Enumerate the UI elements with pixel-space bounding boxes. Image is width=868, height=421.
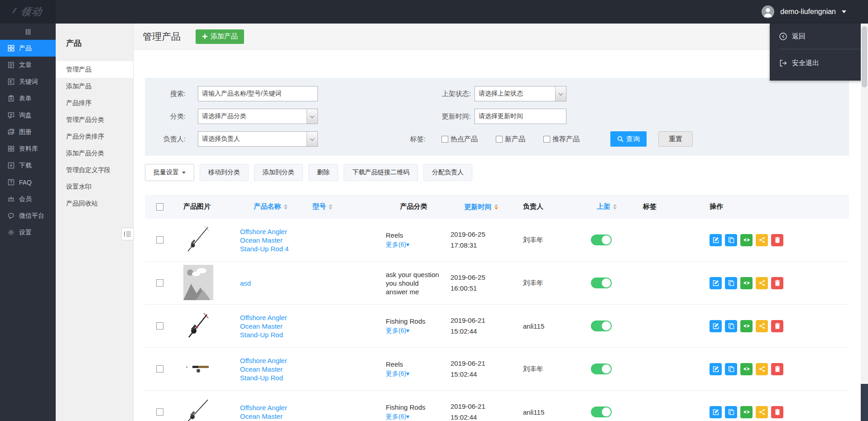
sidebar-item-forms[interactable]: 表单 <box>0 90 56 107</box>
update-time-input[interactable]: 请选择更新时间 <box>475 109 566 124</box>
product-name-link[interactable]: asd <box>229 279 301 287</box>
query-button[interactable]: 查询 <box>610 131 647 147</box>
share-button[interactable] <box>756 363 768 375</box>
product-image[interactable] <box>183 311 211 341</box>
tag-checkbox-recommended[interactable]: 推荐产品 <box>543 135 580 144</box>
sidebar-item-inquiries[interactable]: 询盘 <box>0 107 56 124</box>
delete-row-button[interactable] <box>771 234 783 246</box>
copy-button[interactable] <box>725 277 737 289</box>
delete-row-button[interactable] <box>771 363 783 375</box>
reset-button[interactable]: 重置 <box>658 131 693 147</box>
select-all-checkbox[interactable] <box>156 203 163 210</box>
edit-button[interactable] <box>710 277 722 289</box>
add-product-button[interactable]: 添加产品 <box>196 29 244 44</box>
copy-button[interactable] <box>725 363 737 375</box>
tag-checkbox-hot[interactable]: 热点产品 <box>441 135 478 144</box>
submenu-item-category-sort[interactable]: 产品分类排序 <box>56 128 133 145</box>
more-categories-link[interactable]: 更多(6)▾ <box>386 368 409 378</box>
sidebar-item-albums[interactable]: 图册 <box>0 124 56 140</box>
vertical-scrollbar[interactable] <box>861 24 868 421</box>
bulk-settings-button[interactable]: 批量设置 <box>145 164 194 181</box>
submenu-item-product-sort[interactable]: 产品排序 <box>56 95 133 111</box>
row-checkbox[interactable] <box>156 365 163 373</box>
row-checkbox[interactable] <box>156 236 163 244</box>
submenu-item-add-product[interactable]: 添加产品 <box>56 78 133 95</box>
share-button[interactable] <box>756 406 768 418</box>
share-button[interactable] <box>756 234 768 246</box>
publish-toggle[interactable] <box>591 407 612 417</box>
sidebar-item-members[interactable]: 会员 <box>0 191 56 207</box>
product-image[interactable] <box>183 362 215 377</box>
more-categories-link[interactable]: 更多(6)▾ <box>386 411 409 421</box>
submenu-item-manage-products[interactable]: 管理产品 <box>56 61 133 78</box>
sidebar-item-settings[interactable]: 设置 <box>0 224 56 241</box>
tag-checkbox-new[interactable]: 新产品 <box>496 135 525 144</box>
product-name-link[interactable]: Offshore AnglerOcean MasterStand-Up Rod <box>229 313 301 339</box>
publish-toggle[interactable] <box>591 277 612 288</box>
submenu-item-watermark[interactable]: 设置水印 <box>56 178 133 195</box>
edit-button[interactable] <box>710 320 722 332</box>
owner-select[interactable]: 请选择负责人 <box>198 131 318 147</box>
preview-button[interactable] <box>740 406 753 418</box>
submenu-item-add-category[interactable]: 添加产品分类 <box>56 145 133 162</box>
publish-toggle[interactable] <box>591 234 612 245</box>
grid-icon <box>8 45 14 52</box>
more-categories-link[interactable]: 更多(6)▾ <box>386 239 409 249</box>
publish-toggle[interactable] <box>591 364 612 374</box>
product-image-placeholder[interactable] <box>183 265 213 301</box>
category-select[interactable]: 请选择产品分类 <box>198 109 318 124</box>
row-checkbox[interactable] <box>156 408 163 416</box>
publish-toggle[interactable] <box>591 321 612 331</box>
scrollbar-thumb[interactable] <box>862 26 867 87</box>
sidebar-item-faq[interactable]: FAQ <box>0 174 56 191</box>
preview-button[interactable] <box>740 277 753 289</box>
submenu-item-manage-categories[interactable]: 管理产品分类 <box>56 111 133 128</box>
edit-button[interactable] <box>710 363 722 375</box>
user-menu-trigger[interactable]: demo-liufengnian <box>762 5 868 18</box>
menu-item-back[interactable]: 返回 <box>770 24 868 49</box>
row-checkbox[interactable] <box>156 279 163 287</box>
edit-button[interactable] <box>710 234 722 246</box>
sidebar-item-wechat[interactable]: 微信平台 <box>0 207 56 224</box>
sidebar-item-downloads[interactable]: 下载 <box>0 157 56 174</box>
download-qrcode-button[interactable]: 下载产品链接二维码 <box>344 164 418 181</box>
copy-button[interactable] <box>725 320 737 332</box>
product-name-link[interactable]: Offshore AnglerOcean MasterStand-Up Rod <box>229 356 301 382</box>
product-name-link[interactable]: Offshore AnglerOcean MasterStand-Up Rod … <box>229 227 301 253</box>
sidebar-collapse-handle[interactable] <box>0 24 56 40</box>
header-product-name[interactable]: 产品名称 <box>254 202 288 211</box>
product-image[interactable] <box>183 398 211 421</box>
menu-item-logout[interactable]: 安全退出 <box>770 49 868 77</box>
delete-button[interactable]: 删除 <box>308 164 338 181</box>
submenu-item-custom-fields[interactable]: 管理自定义字段 <box>56 162 133 178</box>
header-published[interactable]: 上架 <box>597 202 617 211</box>
header-update-time[interactable]: 更新时间 <box>465 201 498 212</box>
copy-button[interactable] <box>725 234 737 246</box>
more-categories-link[interactable]: 更多(6)▾ <box>386 325 409 335</box>
row-checkbox[interactable] <box>156 322 163 330</box>
copy-button[interactable] <box>725 406 737 418</box>
delete-row-button[interactable] <box>771 320 783 332</box>
preview-button[interactable] <box>740 320 753 332</box>
share-button[interactable] <box>756 277 768 289</box>
search-input[interactable]: 请输入产品名称/型号/关键词 <box>198 86 318 101</box>
share-button[interactable] <box>756 320 768 332</box>
preview-button[interactable] <box>740 234 753 246</box>
sidebar-item-library[interactable]: 资料库 <box>0 140 56 157</box>
edit-button[interactable] <box>710 406 722 418</box>
delete-row-button[interactable] <box>771 277 783 289</box>
sidebar-item-products[interactable]: 产品 <box>0 40 56 57</box>
product-image[interactable] <box>183 225 211 255</box>
submenu-item-recycle-bin[interactable]: 产品回收站 <box>56 195 133 212</box>
sidebar-item-articles[interactable]: 文章 <box>0 57 56 73</box>
status-select[interactable]: 请选择上架状态 <box>475 86 566 101</box>
delete-row-button[interactable] <box>771 406 783 418</box>
move-to-category-button[interactable]: 移动到分类 <box>200 164 249 181</box>
add-to-category-button[interactable]: 添加到分类 <box>254 164 303 181</box>
header-model[interactable]: 型号 <box>312 202 332 211</box>
product-name-link[interactable]: Offshore AnglerOcean Master <box>229 403 301 421</box>
preview-button[interactable] <box>740 363 753 375</box>
submenu-collapse-button[interactable] <box>121 228 134 240</box>
assign-owner-button[interactable]: 分配负责人 <box>423 164 472 181</box>
sidebar-item-keywords[interactable]: 关键词 <box>0 73 56 90</box>
